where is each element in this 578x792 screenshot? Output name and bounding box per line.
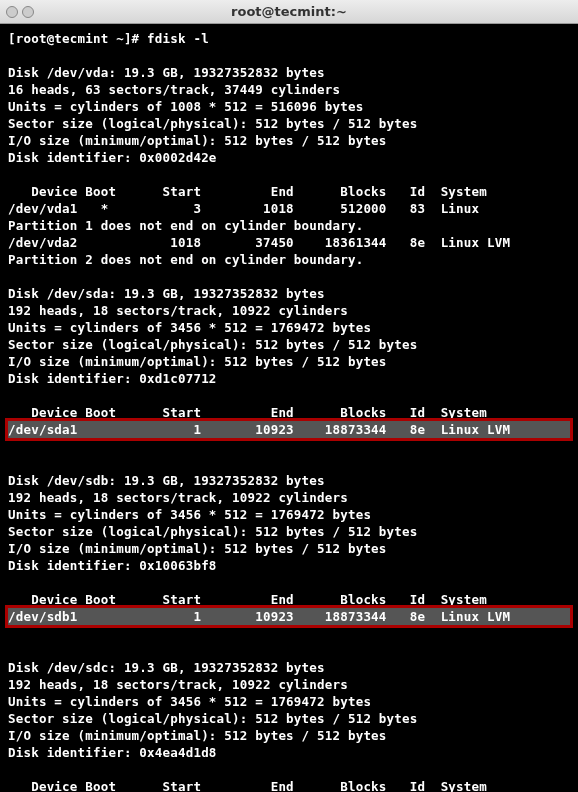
ident-line: Disk identifier: 0x0002d42e [8, 150, 217, 165]
geometry-line: 16 heads, 63 sectors/track, 37449 cylind… [8, 82, 340, 97]
io-line: I/O size (minimum/optimal): 512 bytes / … [8, 541, 387, 556]
window-titlebar: root@tecmint:~ [0, 0, 578, 24]
io-line: I/O size (minimum/optimal): 512 bytes / … [8, 728, 387, 743]
terminal-output[interactable]: [root@tecmint ~]# fdisk -l Disk /dev/vda… [0, 24, 578, 792]
ident-line: Disk identifier: 0xd1c07712 [8, 371, 217, 386]
geometry-line: 192 heads, 18 sectors/track, 10922 cylin… [8, 303, 348, 318]
highlighted-partition-sda1: /dev/sda1 1 10923 18873344 8e Linux LVM [8, 421, 570, 438]
disk-sdc-line: Disk /dev/sdc: 19.3 GB, 19327352832 byte… [8, 660, 325, 675]
units-line: Units = cylinders of 3456 * 512 = 176947… [8, 320, 371, 335]
disk-sda-line: Disk /dev/sda: 19.3 GB, 19327352832 byte… [8, 286, 325, 301]
command-text: fdisk -l [147, 31, 209, 46]
disk-vda-line: Disk /dev/vda: 19.3 GB, 19327352832 byte… [8, 65, 325, 80]
sector-line: Sector size (logical/physical): 512 byte… [8, 337, 417, 352]
prompt: [root@tecmint ~]# [8, 31, 147, 46]
window-button[interactable] [6, 6, 18, 18]
units-line: Units = cylinders of 3456 * 512 = 176947… [8, 507, 371, 522]
ident-line: Disk identifier: 0x10063bf8 [8, 558, 217, 573]
highlighted-partition-sdb1: /dev/sdb1 1 10923 18873344 8e Linux LVM [8, 608, 570, 625]
partition-header: Device Boot Start End Blocks Id System [8, 184, 487, 199]
geometry-line: 192 heads, 18 sectors/track, 10922 cylin… [8, 490, 348, 505]
geometry-line: 192 heads, 18 sectors/track, 10922 cylin… [8, 677, 348, 692]
io-line: I/O size (minimum/optimal): 512 bytes / … [8, 354, 387, 369]
window-title: root@tecmint:~ [231, 4, 347, 19]
warning-line: Partition 1 does not end on cylinder bou… [8, 218, 363, 233]
io-line: I/O size (minimum/optimal): 512 bytes / … [8, 133, 387, 148]
partition-header: Device Boot Start End Blocks Id System [8, 779, 487, 792]
units-line: Units = cylinders of 1008 * 512 = 516096… [8, 99, 363, 114]
partition-header: Device Boot Start End Blocks Id System [8, 405, 487, 420]
sector-line: Sector size (logical/physical): 512 byte… [8, 116, 417, 131]
partition-header: Device Boot Start End Blocks Id System [8, 592, 487, 607]
window-button[interactable] [22, 6, 34, 18]
warning-line: Partition 2 does not end on cylinder bou… [8, 252, 363, 267]
partition-row: /dev/vda1 * 3 1018 512000 83 Linux [8, 201, 479, 216]
units-line: Units = cylinders of 3456 * 512 = 176947… [8, 694, 371, 709]
disk-sdb-line: Disk /dev/sdb: 19.3 GB, 19327352832 byte… [8, 473, 325, 488]
ident-line: Disk identifier: 0x4ea4d1d8 [8, 745, 217, 760]
sector-line: Sector size (logical/physical): 512 byte… [8, 711, 417, 726]
window-controls [6, 6, 34, 18]
partition-row: /dev/vda2 1018 37450 18361344 8e Linux L… [8, 235, 510, 250]
sector-line: Sector size (logical/physical): 512 byte… [8, 524, 417, 539]
